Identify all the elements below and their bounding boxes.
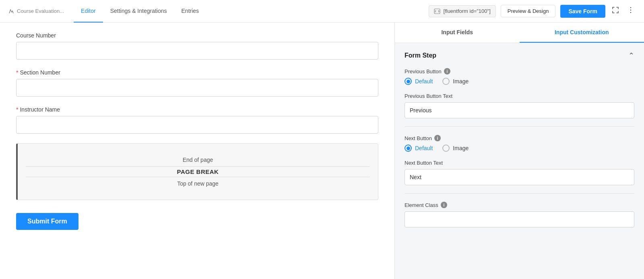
submit-form-button[interactable]: Submit Form [16,213,78,230]
more-icon [627,6,634,14]
page-break-label: PAGE BREAK [26,167,370,177]
main-layout: Course Number * Section Number * Instruc… [0,23,644,279]
fullscreen-button[interactable] [610,5,621,17]
element-class-label: Element Class i [405,202,634,208]
next-button-default-option[interactable]: Default [405,145,433,152]
previous-image-label: Image [453,78,469,85]
nav-tab-editor[interactable]: Editor [74,0,103,23]
form-step-title: Form Step [405,52,436,59]
previous-button-radio-group: Default Image [405,78,634,85]
svg-point-3 [630,12,632,13]
previous-button-info-icon[interactable]: i [444,68,450,74]
next-button-radio-group: Default Image [405,145,634,152]
next-image-label: Image [453,145,469,151]
course-number-input[interactable] [16,42,378,60]
next-image-radio[interactable] [442,145,450,152]
next-button-text-group: Next Button Text [405,160,634,185]
fullscreen-icon [612,6,619,14]
svg-point-2 [630,10,632,11]
section-number-input[interactable] [16,79,378,97]
section-number-group: * Section Number [16,69,378,97]
element-class-group: Element Class i [405,202,634,227]
next-default-label: Default [415,145,433,151]
shortcode-box[interactable]: [fluentform id="100"] [429,5,496,17]
element-class-input[interactable] [405,211,634,227]
previous-button-label: Previous Button i [405,68,634,74]
tab-input-customization[interactable]: Input Customization [520,23,644,43]
svg-point-1 [630,7,632,8]
panel-tabs: Input Fields Input Customization [395,23,644,43]
previous-image-radio[interactable] [442,78,450,85]
next-button-image-option[interactable]: Image [442,145,469,152]
tab-input-fields[interactable]: Input Fields [395,23,520,43]
course-number-label: Course Number [16,32,378,39]
page-break-top-text: Top of new page [26,177,370,192]
form-step-section-header: Form Step ⌃ [405,51,634,60]
more-options-button[interactable] [625,5,636,17]
previous-default-radio[interactable] [405,78,412,85]
nav-logo: Course Evaluation... [8,8,64,14]
nav-logo-text: Course Evaluation... [17,8,64,14]
shortcode-text: [fluentform id="100"] [444,8,491,14]
instructor-name-input[interactable] [16,116,378,134]
next-button-info-icon[interactable]: i [434,135,441,141]
nav-tab-entries[interactable]: Entries [174,0,206,23]
section-number-label: * Section Number [16,69,378,76]
previous-button-text-group: Previous Button Text [405,93,634,118]
nav-right: [fluentform id="100"] Preview & Design S… [429,5,636,18]
previous-default-label: Default [415,78,433,85]
preview-design-button[interactable]: Preview & Design [501,5,556,17]
instructor-name-group: * Instructor Name [16,106,378,134]
section-required-star: * [16,69,18,76]
previous-button-default-option[interactable]: Default [405,78,433,85]
collapse-icon[interactable]: ⌃ [628,51,634,60]
next-button-text-input[interactable] [405,169,634,185]
next-button-text-label: Next Button Text [405,160,634,166]
page-break-content: End of page PAGE BREAK Top of new page [18,144,378,200]
logo-icon [8,8,14,14]
nav-tab-settings[interactable]: Settings & Integrations [103,0,174,23]
instructor-name-label: * Instructor Name [16,106,378,113]
next-button-group: Next Button i Default Image [405,135,634,152]
next-default-radio[interactable] [405,145,412,152]
page-break-section: End of page PAGE BREAK Top of new page [16,143,378,200]
previous-button-text-input[interactable] [405,102,634,118]
save-form-button[interactable]: Save Form [560,5,605,18]
page-break-end-text: End of page [26,152,370,166]
previous-button-group: Previous Button i Default Image [405,68,634,85]
previous-button-text-label: Previous Button Text [405,93,634,99]
next-button-label: Next Button i [405,135,634,141]
form-editor: Course Number * Section Number * Instruc… [0,23,394,279]
input-panel: Input Fields Input Customization Form St… [394,23,644,279]
shortcode-icon [434,8,440,14]
panel-body: Form Step ⌃ Previous Button i Default Im [395,43,644,244]
divider-1 [405,126,634,127]
top-nav: Course Evaluation... Editor Settings & I… [0,0,644,23]
element-class-info-icon[interactable]: i [441,202,447,208]
divider-2 [405,193,634,194]
course-number-group: Course Number [16,32,378,60]
instructor-required-star: * [16,106,18,113]
previous-button-image-option[interactable]: Image [442,78,469,85]
